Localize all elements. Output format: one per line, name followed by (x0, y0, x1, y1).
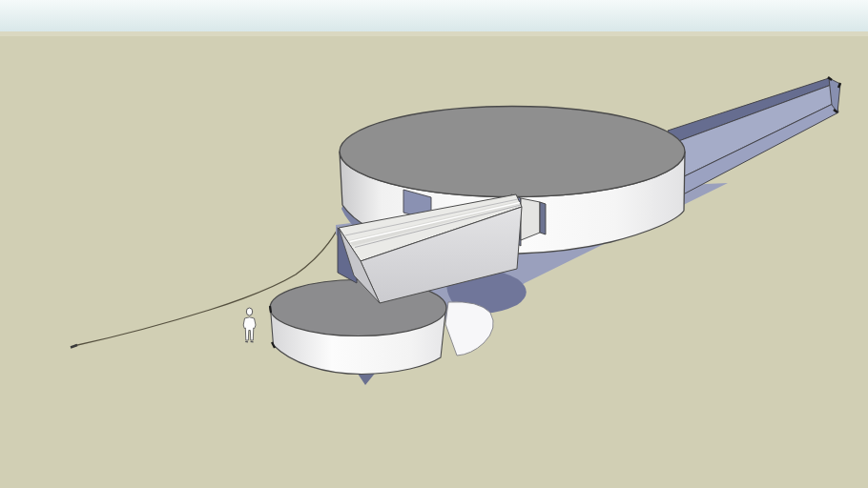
model-preview-stage (0, 0, 868, 488)
small-tank-front (270, 280, 446, 375)
figure-head (246, 308, 252, 315)
horizon-strip (0, 31, 868, 36)
sky (0, 0, 868, 32)
notch-right-jamb (540, 202, 546, 234)
tank-top (340, 107, 685, 197)
viewport-3d[interactable] (0, 0, 868, 488)
notch-back-face (521, 198, 540, 240)
